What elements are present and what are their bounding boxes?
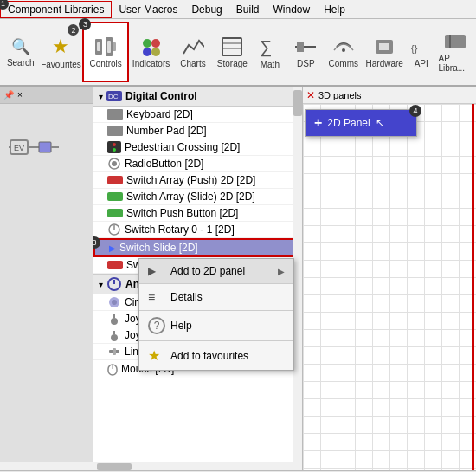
plus-icon: +: [314, 115, 322, 131]
tree-panel: ▾ DC Digital Control Keyboard [2D] Numbe…: [93, 87, 303, 470]
math-button[interactable]: ∑ Math: [252, 23, 288, 81]
favourites-label: Favourites: [41, 60, 81, 69]
help-label: Help: [170, 320, 192, 332]
comms-button[interactable]: Comms: [324, 23, 363, 81]
controls-button[interactable]: 3 Controls: [82, 22, 128, 82]
ap-libra-label: AP Libra...: [439, 54, 473, 73]
menu-help[interactable]: Help: [317, 2, 352, 17]
menu-build[interactable]: Build: [229, 2, 267, 17]
context-menu-details[interactable]: ≡ Details: [139, 284, 293, 310]
math-icon: ∑: [258, 36, 282, 58]
svg-point-32: [113, 148, 116, 152]
radiobutton-label: RadioButton [2D]: [125, 158, 203, 170]
ap-libra-icon: [443, 31, 467, 52]
add-fav-label: Add to favourites: [170, 350, 248, 362]
charts-button[interactable]: Charts: [173, 23, 212, 81]
math-label: Math: [261, 60, 280, 69]
tree-item-numberpad[interactable]: Number Pad [2D]: [93, 123, 302, 139]
svg-point-34: [112, 161, 117, 166]
menu-window[interactable]: Window: [266, 2, 317, 17]
comms-label: Comms: [329, 59, 358, 68]
menu-debug[interactable]: Debug: [184, 2, 228, 17]
svg-rect-3: [107, 41, 111, 53]
rotary-icon: [107, 223, 121, 236]
controls-icon: [93, 36, 118, 58]
left-panel: 📌 × EV: [0, 87, 93, 470]
joystick-icon: [107, 313, 121, 325]
analog-control-icon: [106, 277, 122, 291]
svg-text:∑: ∑: [260, 37, 272, 57]
favourites-badge: 2: [68, 24, 79, 36]
radio-icon: [107, 158, 121, 170]
hardware-label: Hardware: [366, 59, 403, 68]
hardware-button[interactable]: Hardware: [363, 23, 406, 81]
context-menu-add-fav[interactable]: ★ Add to favourites: [139, 341, 293, 370]
svg-text:DC: DC: [108, 93, 119, 100]
switcharray-slide-label: Switch Array (Slide) 2D [2D]: [126, 191, 255, 203]
svg-rect-4: [113, 42, 116, 51]
tree-item-switchslide[interactable]: 3 ▶ Switch Slide [2D]: [93, 238, 302, 257]
tree-section-digital[interactable]: ▾ DC Digital Control: [93, 87, 302, 107]
pedestrian-label: Pedestrian Crossing [2D]: [125, 141, 240, 153]
svg-text:EV: EV: [14, 144, 24, 152]
storage-button[interactable]: Storage: [213, 23, 252, 81]
hardware-icon: [372, 36, 396, 57]
svg-text:{}: {}: [411, 43, 418, 54]
dsp-button[interactable]: DSP: [288, 23, 325, 81]
svg-point-41: [111, 318, 118, 325]
red-border-line: [472, 104, 474, 470]
storage-label: Storage: [217, 59, 248, 68]
slider-icon: [107, 346, 121, 358]
svg-point-40: [112, 300, 117, 305]
svg-rect-20: [445, 35, 466, 48]
menu-component-libraries[interactable]: 1 Component Libraries: [0, 1, 112, 18]
tree-scrollbar-h[interactable]: [93, 462, 302, 470]
indicators-button[interactable]: Indicators: [129, 23, 173, 81]
tree-item-pedestrian[interactable]: Pedestrian Crossing [2D]: [93, 139, 302, 156]
tree-item-switchrotary[interactable]: Switch Rotary 0 - 1 [2D]: [93, 222, 302, 238]
charts-label: Charts: [180, 59, 205, 68]
search-button[interactable]: 🔍 Search: [2, 23, 39, 81]
circuit-element: EV: [9, 130, 78, 165]
cursor-icon: ↖: [376, 117, 384, 129]
svg-rect-13: [297, 42, 304, 52]
knob-icon: [107, 296, 121, 308]
switchslide-label: Switch Slide [2D]: [119, 242, 198, 254]
menu-user-macros[interactable]: User Macros: [112, 2, 184, 17]
left-scrollbar-h[interactable]: [0, 462, 93, 470]
tree-item-switcharray-slide[interactable]: Switch Array (Slide) 2D [2D]: [93, 189, 302, 205]
tree-item-switcharray-push[interactable]: Switch Array (Push) 2D [2D]: [93, 172, 302, 189]
dsp-label: DSP: [297, 59, 315, 68]
dsp-icon: [293, 36, 318, 57]
add-2d-arrow-icon: ▶: [278, 267, 285, 276]
canvas-grid[interactable]: [303, 104, 476, 470]
context-menu-add-2d[interactable]: ▶ Add to 2D panel ▶: [139, 259, 293, 283]
add-2d-icon: ▶: [148, 265, 165, 277]
controls-badge: 3: [79, 18, 91, 30]
tree-item-keyboard[interactable]: Keyboard [2D]: [93, 107, 302, 123]
svg-point-6: [151, 39, 160, 48]
tree-item-radiobutton[interactable]: RadioButton [2D]: [93, 156, 302, 172]
close-icon[interactable]: ✕: [306, 89, 315, 101]
submenu-item-2d-panel[interactable]: 4 + 2D Panel ↖: [306, 110, 416, 136]
canvas-area: ✕ 3D panels 4 + 2D Panel ↖: [303, 87, 476, 470]
badge-4: 4: [409, 105, 421, 117]
context-menu-help[interactable]: ? Help: [139, 311, 293, 340]
api-button[interactable]: {} API: [406, 23, 437, 81]
search-label: Search: [7, 58, 35, 68]
favourites-button[interactable]: ★ 2 Favourites: [39, 23, 82, 81]
tree-scrollbar-v[interactable]: [293, 87, 302, 462]
controls-label: Controls: [90, 59, 122, 68]
tree-item-switchpush[interactable]: Switch Push Button [2D]: [93, 205, 302, 222]
submenu: 4 + 2D Panel ↖: [305, 109, 417, 137]
circuit-area: EV: [0, 104, 93, 462]
ap-libra-button[interactable]: AP Libra...: [437, 23, 474, 81]
left-panel-header: 📌 ×: [0, 87, 93, 104]
fav-icon: ★: [148, 347, 165, 364]
svg-point-31: [113, 143, 116, 146]
analog-expand-icon: ▾: [99, 280, 103, 289]
digital-control-label: Digital Control: [125, 90, 197, 102]
switcharray-push-label: Switch Array (Push) 2D [2D]: [126, 174, 255, 186]
context-menu: ▶ Add to 2D panel ▶ ≡ Details ? Help ★ A…: [138, 258, 294, 371]
svg-rect-9: [222, 38, 241, 55]
